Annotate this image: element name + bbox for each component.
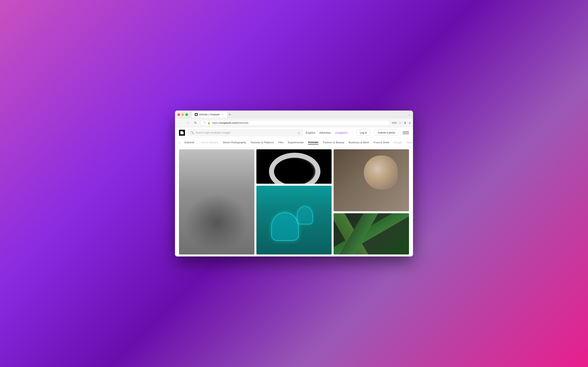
category-editorial[interactable]: Editorial [184, 141, 194, 144]
photo-item-monkey[interactable] [334, 149, 409, 211]
category-architecture[interactable]: …ure & Interiors [199, 141, 218, 144]
close-window-button[interactable] [177, 113, 180, 116]
category-animals[interactable]: Animals [308, 141, 319, 144]
category-nav: ‹ Editorial …ure & Interiors Street Phot… [175, 138, 413, 147]
header-nav: Explore Advertise Unsplash+ Log in Submi… [306, 130, 409, 136]
category-business-work[interactable]: Business & Work [349, 141, 369, 144]
photo-item-cow[interactable] [179, 149, 254, 254]
scroll-left-button[interactable]: ‹ [179, 141, 180, 144]
submit-photo-button[interactable]: Submit a photo [375, 130, 399, 136]
search-icon: 🔍 [191, 131, 194, 134]
photo-item-moon[interactable] [256, 149, 332, 184]
unsplash-logo[interactable] [179, 130, 185, 136]
url-prefix: https:// [212, 121, 220, 124]
photo-column-3 [334, 149, 409, 254]
category-fashion-beauty[interactable]: Fashion & Beauty [323, 141, 344, 144]
forward-button[interactable]: → [185, 120, 191, 126]
zoom-level[interactable]: 90% [392, 122, 397, 124]
menu-line-2 [403, 133, 409, 133]
menu-line-3 [403, 134, 409, 134]
tab-dropdown-button[interactable]: ⌄ [408, 113, 411, 116]
logo-icon [180, 131, 184, 134]
category-experimental[interactable]: Experimental [288, 141, 304, 144]
title-bar: Animals | Unsplash × + ⌄ [175, 110, 413, 118]
search-placeholder: Search high-resolution images [196, 131, 231, 134]
header-divider [352, 130, 352, 135]
maximize-window-button[interactable] [185, 113, 188, 116]
nav-explore[interactable]: Explore [306, 131, 315, 134]
photo-column-2 [256, 149, 332, 254]
category-street-photography[interactable]: Street Photography [223, 141, 246, 144]
share-icon[interactable]: ⬆ [404, 121, 406, 125]
photo-item-jellyfish[interactable] [256, 186, 332, 254]
photo-item-plant[interactable] [334, 213, 409, 254]
tab-close-button[interactable]: × [222, 113, 224, 116]
category-film[interactable]: Film [278, 141, 284, 144]
nav-unsplash-plus[interactable]: Unsplash+ [335, 131, 348, 134]
tab-title: Animals | Unsplash [199, 113, 220, 116]
search-bar[interactable]: 🔍 Search high-resolution images ⊡ [188, 129, 303, 136]
bookmark-icon[interactable]: ☆ [399, 121, 401, 125]
browser-tab-active[interactable]: Animals | Unsplash × [192, 111, 227, 118]
shield-icon: 🛡 [203, 121, 206, 124]
url-bar[interactable]: 🛡 🔒 https://unsplash.com/t/animals [200, 120, 390, 125]
nav-advertise[interactable]: Advertise [319, 131, 331, 134]
menu-line-1 [403, 131, 409, 132]
traffic-lights [177, 113, 188, 116]
back-button[interactable]: ← [177, 120, 183, 126]
browser-window: Animals | Unsplash × + ⌄ ← → ↻ 🛡 🔒 https… [175, 110, 413, 257]
photo-column-1 [179, 149, 254, 254]
address-icons: ☆ ⬆ ≡ [399, 121, 411, 125]
category-textures-patterns[interactable]: Textures & Patterns [250, 141, 274, 144]
category-people[interactable]: People [394, 141, 402, 144]
url-path: /t/animals [237, 121, 248, 124]
hamburger-menu-button[interactable] [403, 130, 409, 136]
tab-bar: Animals | Unsplash × + [192, 111, 406, 118]
category-spirit[interactable]: Spirit [406, 141, 413, 144]
new-tab-button[interactable]: + [227, 112, 233, 117]
tab-favicon [195, 113, 198, 116]
url-domain: unsplash.com [220, 121, 237, 124]
site-header: 🔍 Search high-resolution images ⊡ Explor… [175, 127, 413, 138]
minimize-window-button[interactable] [181, 113, 184, 116]
ai-search-button[interactable]: ⊡ [298, 131, 300, 134]
category-food-drink[interactable]: Food & Drink [374, 141, 389, 144]
url-text: https://unsplash.com/t/animals [212, 121, 248, 124]
photo-grid [175, 147, 413, 257]
reload-button[interactable]: ↻ [193, 120, 198, 126]
address-bar: ← → ↻ 🛡 🔒 https://unsplash.com/t/animals… [175, 118, 413, 127]
login-button[interactable]: Log in [356, 130, 370, 136]
browser-menu-icon[interactable]: ≡ [409, 121, 411, 125]
lock-icon: 🔒 [207, 122, 210, 124]
